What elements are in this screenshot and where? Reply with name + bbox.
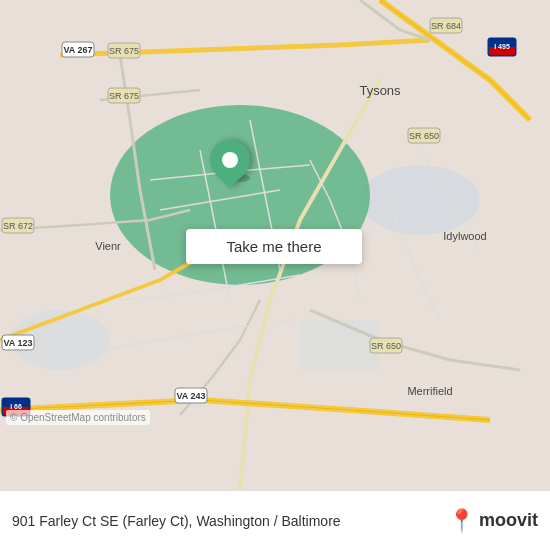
take-me-there-button[interactable]: Take me there — [186, 229, 362, 264]
svg-text:SR 650: SR 650 — [371, 341, 401, 351]
moovit-brand-name: moovit — [479, 510, 538, 531]
va267-label: VA 267 — [63, 45, 92, 55]
svg-text:I 66: I 66 — [10, 403, 22, 410]
map-attribution: © OpenStreetMap contributors — [6, 410, 150, 425]
info-bar: 901 Farley Ct SE (Farley Ct), Washington… — [0, 490, 550, 550]
sr684-label: SR 684 — [431, 21, 461, 31]
address-text: 901 Farley Ct SE (Farley Ct), Washington… — [12, 513, 448, 529]
merrifield-label: Merrifield — [407, 385, 452, 397]
vienna-label: Vienr — [95, 240, 121, 252]
svg-rect-3 — [300, 320, 380, 370]
svg-text:SR 650: SR 650 — [409, 131, 439, 141]
svg-text:VA 243: VA 243 — [176, 391, 205, 401]
moovit-logo: 📍 moovit — [448, 508, 538, 534]
moovit-pin-icon: 📍 — [448, 508, 475, 534]
svg-text:I 495: I 495 — [494, 43, 510, 50]
tysons-label: Tysons — [359, 83, 401, 98]
idylwood-label: Idylwood — [443, 230, 486, 242]
svg-text:SR 672: SR 672 — [3, 221, 33, 231]
svg-text:SR 675: SR 675 — [109, 91, 139, 101]
svg-text:SR 675: SR 675 — [109, 46, 139, 56]
svg-text:VA 123: VA 123 — [3, 338, 32, 348]
svg-point-1 — [360, 165, 480, 235]
location-pin — [210, 140, 250, 180]
map-container: VA 267 SR 684 SR 675 SR 675 I 495 SR 650… — [0, 0, 550, 490]
